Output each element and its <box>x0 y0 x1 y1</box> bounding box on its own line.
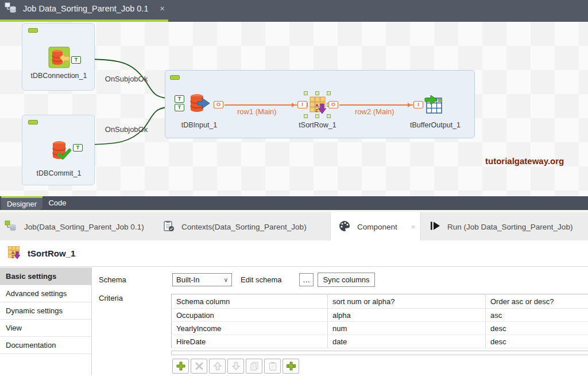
editor-tab-close-icon[interactable]: × <box>160 4 164 13</box>
node-tdbconnection[interactable]: T tDBConnection_1 <box>22 23 95 91</box>
criteria-label: Criteria <box>99 294 123 302</box>
delete-row-button[interactable] <box>191 359 207 374</box>
view-tab-strip: Designer Code <box>0 196 588 212</box>
cell-sort-type[interactable]: alpha <box>328 309 486 322</box>
connector-trigger-badge[interactable]: T <box>175 95 184 103</box>
column-header: Order asc or desc? <box>486 294 588 309</box>
sidebar-item-advanced-settings[interactable]: Advanced settings <box>0 285 91 302</box>
row1-link-label[interactable]: row1 (Main) <box>237 107 277 116</box>
selection-handle[interactable] <box>327 91 331 95</box>
cell-sort-type[interactable]: date <box>328 335 486 348</box>
editor-tab-job[interactable]: Job Data_Sorting_Parent_Job 0.1 × <box>0 0 168 22</box>
connector-trigger-badge[interactable]: T <box>175 104 184 111</box>
tab-component-label: Component <box>357 223 397 231</box>
selection-handle[interactable] <box>304 91 308 95</box>
cell-schema-column[interactable]: YearlyIncome <box>172 322 328 335</box>
paste-rows-button[interactable] <box>264 359 281 374</box>
tbufferoutput-icon[interactable] <box>424 94 443 116</box>
tsortrow-small-icon: A Z <box>7 246 21 262</box>
row2-link-label[interactable]: row2 (Main) <box>355 107 394 116</box>
schema-label: Schema <box>99 275 126 284</box>
edit-schema-label: Edit schema <box>241 275 282 284</box>
copy-rows-button[interactable] <box>246 359 262 374</box>
table-scrollbar[interactable] <box>171 351 588 355</box>
node-tdbcommit[interactable]: T tDBCommit_1 <box>22 115 95 185</box>
row1-link-line[interactable] <box>225 104 297 106</box>
settings-sidebar: Basic settings Advanced settings Dynamic… <box>0 267 92 375</box>
subjob-toggle[interactable] <box>28 28 38 33</box>
tab-run-label: Run (Job Data_Sorting_Parent_Job) <box>447 223 572 231</box>
selection-handle[interactable] <box>304 114 308 118</box>
connector-trigger-badge[interactable]: T <box>73 144 83 151</box>
subjob-toggle[interactable] <box>28 120 38 125</box>
tdbinput-icon[interactable] <box>188 92 210 116</box>
tab-job-label: Job(Data_Sorting_Parent_Job 0.1) <box>24 223 144 231</box>
node-label: tSortRow_1 <box>283 121 352 129</box>
svg-text:Z: Z <box>11 254 14 258</box>
cell-order[interactable]: desc <box>486 335 588 348</box>
add-row-button[interactable] <box>172 359 189 374</box>
job-icon <box>5 220 17 233</box>
table-row: YearlyIncome num desc <box>172 322 588 335</box>
tab-contexts-label: Contexts(Data_Sorting_Parent_Job) <box>181 223 307 231</box>
column-header: Schema column <box>172 294 328 309</box>
watermark-text: tutorialgateway.org <box>485 156 564 166</box>
table-row: HireDate date desc <box>172 335 588 348</box>
subjob-container[interactable]: T T O tDBInput_1 row1 (Main) <box>165 70 475 138</box>
chevron-down-icon: ∨ <box>224 277 228 283</box>
connector-trigger-badge[interactable]: T <box>71 56 81 64</box>
tab-code[interactable]: Code <box>44 196 71 210</box>
move-down-button[interactable] <box>227 359 244 374</box>
cell-order[interactable]: desc <box>486 322 588 335</box>
connector-input-badge[interactable]: I <box>297 101 307 108</box>
run-play-icon <box>430 221 440 232</box>
svg-text:Z: Z <box>315 108 318 113</box>
tdbconnection-icon[interactable] <box>48 46 70 71</box>
cell-schema-column[interactable]: Occupation <box>172 309 328 322</box>
panel-tab-strip: Job(Data_Sorting_Parent_Job 0.1) Context… <box>0 212 588 240</box>
schema-type-value: Built-In <box>176 275 199 284</box>
table-row: Occupation alpha asc <box>172 309 588 322</box>
move-up-button[interactable] <box>209 359 226 374</box>
link-label-onsubjobok-bottom[interactable]: OnSubjobOk <box>95 125 158 134</box>
tab-contexts[interactable]: Contexts(Data_Sorting_Parent_Job) <box>156 212 326 241</box>
editor-tabbar: Job Data_Sorting_Parent_Job 0.1 × <box>0 0 588 22</box>
subjob-toggle[interactable] <box>170 75 180 80</box>
tab-component-close-icon[interactable]: × <box>411 223 416 231</box>
edit-schema-more-button[interactable]: … <box>299 273 314 286</box>
selection-handle[interactable] <box>327 114 331 118</box>
component-settings-panel: A Z tSortRow_1 Basic settings Advanced s… <box>0 240 588 375</box>
column-header: sort num or alpha? <box>328 294 486 309</box>
row2-link-line[interactable] <box>339 104 413 106</box>
tdbcommit-icon[interactable] <box>49 139 71 164</box>
connector-output-badge[interactable]: O <box>214 101 223 108</box>
svg-text:A: A <box>315 103 319 108</box>
tab-component[interactable]: Component × <box>330 212 421 241</box>
add-all-columns-button[interactable] <box>283 359 299 374</box>
sidebar-item-basic-settings[interactable]: Basic settings <box>0 268 91 285</box>
sidebar-item-dynamic-settings[interactable]: Dynamic settings <box>0 302 91 320</box>
tsortrow-icon[interactable]: A Z <box>308 96 327 116</box>
tab-designer[interactable]: Designer <box>1 196 42 210</box>
component-title: tSortRow_1 <box>28 248 75 258</box>
tab-run[interactable]: Run (Job Data_Sorting_Parent_Job) <box>421 212 588 241</box>
schema-type-select[interactable]: Built-In ∨ <box>172 273 232 286</box>
connector-output-badge[interactable]: O <box>328 101 338 108</box>
svg-text:A: A <box>11 251 14 255</box>
connector-input-badge[interactable]: I <box>413 101 423 108</box>
node-label: tDBInput_1 <box>168 121 230 129</box>
node-label: tDBCommit_1 <box>22 169 95 177</box>
sidebar-item-view[interactable]: View <box>0 320 91 337</box>
node-label: tBufferOutput_1 <box>395 121 475 129</box>
sync-columns-button[interactable]: Sync columns <box>318 273 375 287</box>
criteria-toolbar <box>172 359 299 374</box>
criteria-header-row: Schema column sort num or alpha? Order a… <box>172 294 588 309</box>
cell-order[interactable]: asc <box>486 309 588 322</box>
selection-handle[interactable] <box>315 91 319 95</box>
tab-job[interactable]: Job(Data_Sorting_Parent_Job 0.1) <box>0 212 154 241</box>
sidebar-item-documentation[interactable]: Documentation <box>0 337 91 354</box>
cell-schema-column[interactable]: HireDate <box>172 335 328 348</box>
job-design-canvas[interactable]: T tDBConnection_1 T tDBCommit_1 OnSubjob… <box>0 22 588 196</box>
cell-sort-type[interactable]: num <box>328 322 486 335</box>
link-label-onsubjobok-top[interactable]: OnSubjobOk <box>95 75 158 83</box>
